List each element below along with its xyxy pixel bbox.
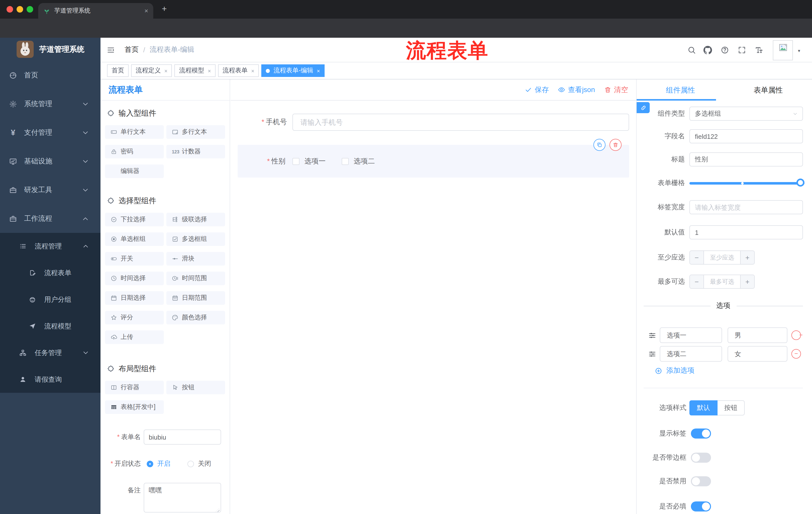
component-chip-color-picker[interactable]: 颜色选择 <box>166 311 225 324</box>
tag-process-definition[interactable]: 流程定义 × <box>131 64 172 77</box>
traffic-light-close[interactable] <box>6 6 13 12</box>
avatar-caret-down-icon[interactable]: ▾ <box>798 48 800 53</box>
sidebar-logo[interactable]: 芋道管理系统 <box>0 38 100 61</box>
component-chip-counter[interactable]: 123计数器 <box>166 145 225 158</box>
save-button[interactable]: 保存 <box>525 85 549 94</box>
style-default-segment[interactable]: 默认 <box>689 400 718 415</box>
remove-option-button[interactable]: − <box>791 330 801 340</box>
form-remark-textarea[interactable] <box>144 483 221 513</box>
fullscreen-icon[interactable] <box>737 46 746 54</box>
component-chip-time-picker[interactable]: 时间选择 <box>105 272 164 285</box>
traffic-light-minimize[interactable] <box>17 6 23 12</box>
stepper-minus-button[interactable]: − <box>690 275 704 288</box>
radio-status-off[interactable] <box>187 460 194 467</box>
sidebar-item-process-form[interactable]: 流程表单 <box>0 260 100 286</box>
tag-close-icon[interactable]: × <box>317 67 320 74</box>
stepper-plus-button[interactable]: + <box>740 251 754 264</box>
component-chip-rate[interactable]: 评分 <box>105 311 164 324</box>
gender-option2-label[interactable]: 选项二 <box>354 157 375 166</box>
component-chip-row-container[interactable]: 行容器 <box>105 381 164 394</box>
browser-tab[interactable]: 芋道管理系统 × <box>38 3 153 19</box>
component-chip-multi-line-text[interactable]: 多行文本 <box>166 125 225 139</box>
sidebar-item-task-mgmt[interactable]: 任务管理 <box>0 340 100 366</box>
sidebar-item-workflow[interactable]: 工作流程 <box>0 204 100 233</box>
tab-close-icon[interactable]: × <box>144 7 148 15</box>
component-chip-checkbox-group[interactable]: 多选框组 <box>166 232 225 246</box>
component-chip-date-picker[interactable]: 日期选择 <box>105 291 164 305</box>
sidebar-item-infra[interactable]: 基础设施 <box>0 147 100 175</box>
sidebar-item-home[interactable]: 首页 <box>0 61 100 89</box>
component-chip-upload[interactable]: 上传 <box>105 330 164 344</box>
component-chip-select[interactable]: 下拉选择 <box>105 213 164 226</box>
component-chip-time-range[interactable]: 时间范围 <box>166 272 225 285</box>
border-switch[interactable] <box>691 453 711 463</box>
duplicate-component-button[interactable] <box>593 139 606 151</box>
tag-process-form-edit-active[interactable]: 流程表单-编辑 × <box>262 64 325 77</box>
drag-handle-icon[interactable] <box>648 331 657 340</box>
breadcrumb-home[interactable]: 首页 <box>125 45 139 54</box>
phone-field-row[interactable]: *手机号 <box>238 114 629 131</box>
tag-close-icon[interactable]: × <box>208 67 211 74</box>
stepper-minus-button[interactable]: − <box>690 251 704 264</box>
component-chip-switch[interactable]: 开关 <box>105 252 164 266</box>
component-chip-cascader[interactable]: 级联选择 <box>166 213 225 226</box>
search-icon[interactable] <box>687 46 696 54</box>
component-chip-editor[interactable]: 编辑器 <box>105 164 164 178</box>
component-chip-table[interactable]: 表格[开发中] <box>105 400 164 414</box>
sidebar-item-user-group[interactable]: 用户分组 <box>0 286 100 313</box>
user-avatar-broken-image[interactable] <box>773 40 793 60</box>
option2-label-input[interactable] <box>660 346 722 361</box>
add-option-link[interactable]: 添加选项 <box>655 366 694 375</box>
radio-status-on[interactable] <box>147 460 153 467</box>
sidebar-item-devtools[interactable]: 研发工具 <box>0 175 100 204</box>
slider-track[interactable] <box>689 182 805 185</box>
drag-handle-icon[interactable] <box>648 349 657 358</box>
delete-component-button[interactable] <box>609 139 621 151</box>
tab-form-props[interactable]: 表单属性 <box>724 79 812 101</box>
gender-field-selected-block[interactable]: *性别 选项一 选项二 <box>238 145 629 178</box>
radio-on-label[interactable]: 开启 <box>157 459 170 468</box>
hamburger-collapse-icon[interactable] <box>107 46 115 54</box>
traffic-light-zoom[interactable] <box>27 6 33 12</box>
radio-off-label[interactable]: 关闭 <box>198 459 211 468</box>
gender-checkbox-option1[interactable] <box>292 158 299 165</box>
slider-handle[interactable] <box>796 179 805 187</box>
view-json-button[interactable]: 查看json <box>558 85 595 94</box>
option2-value-input[interactable] <box>728 346 787 361</box>
component-chip-slider[interactable]: 滑块 <box>166 252 225 266</box>
tab-component-props[interactable]: 组件属性 <box>637 79 724 101</box>
style-button-segment[interactable]: 按钮 <box>718 400 745 415</box>
required-switch[interactable] <box>691 502 711 512</box>
tag-home[interactable]: 首页 <box>107 64 128 77</box>
clear-button[interactable]: 清空 <box>604 85 628 94</box>
component-chip-password[interactable]: 密码 <box>105 145 164 158</box>
github-icon[interactable] <box>703 46 712 54</box>
show-label-switch[interactable] <box>691 429 711 438</box>
remove-option-button[interactable]: − <box>791 349 801 359</box>
help-icon[interactable] <box>721 46 729 54</box>
font-size-icon[interactable] <box>755 46 763 54</box>
default-value-input[interactable] <box>690 226 803 239</box>
tag-close-icon[interactable]: × <box>164 67 168 74</box>
disabled-switch[interactable] <box>691 476 711 486</box>
option1-label-input[interactable] <box>660 327 722 343</box>
sidebar-item-system[interactable]: 系统管理 <box>0 89 100 118</box>
component-chip-radio-group[interactable]: 单选框组 <box>105 232 164 246</box>
component-chip-button[interactable]: 按钮 <box>166 381 225 394</box>
sidebar-item-process-mgmt[interactable]: 流程管理 <box>0 233 100 260</box>
tag-process-model[interactable]: 流程模型 × <box>175 64 215 77</box>
label-width-input[interactable] <box>690 201 803 214</box>
phone-input[interactable] <box>292 114 629 131</box>
component-chip-single-line-text[interactable]: 单行文本 <box>105 125 164 139</box>
sidebar-item-payment[interactable]: ¥ 支付管理 <box>0 118 100 147</box>
form-name-input[interactable] <box>144 430 221 444</box>
type-select-value[interactable] <box>690 107 803 120</box>
max-select-placeholder[interactable]: 最多可选 <box>704 275 740 288</box>
gender-option1-label[interactable]: 选项一 <box>304 157 326 166</box>
sidebar-item-process-model[interactable]: 流程模型 <box>0 313 100 340</box>
tag-close-icon[interactable]: × <box>251 67 255 74</box>
gender-checkbox-option2[interactable] <box>342 158 349 165</box>
title-input[interactable] <box>690 153 803 166</box>
new-tab-button[interactable]: + <box>162 4 167 14</box>
min-select-placeholder[interactable]: 至少应选 <box>704 251 740 264</box>
